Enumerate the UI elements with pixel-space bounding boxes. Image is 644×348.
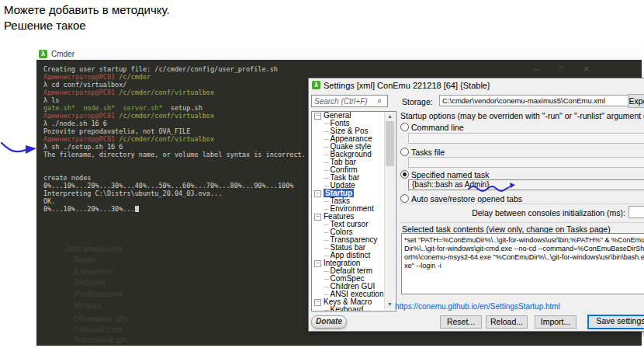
reload-button[interactable]: Reload... xyxy=(486,315,528,329)
conemu-lambda-icon: λ xyxy=(312,81,320,89)
terminal-line: λ sh ./setup.sh 16 6 xyxy=(43,143,306,151)
ghost-close-icon: ✕ xyxy=(583,65,590,73)
radio-tasks-file-label: Tasks file xyxy=(411,148,445,157)
terminal-line: λ cd conf/virtualbox/ xyxy=(43,81,306,89)
tasks-file-input[interactable] xyxy=(408,157,644,168)
tree-collapse-icon[interactable]: − xyxy=(314,113,321,120)
tree-collapse-icon[interactable]: − xyxy=(314,190,321,197)
terminal-text-segment: setup.sh xyxy=(163,104,203,112)
ghost-explorer-item: Документы xyxy=(74,267,114,276)
terminal-text-segment: Администратор@PC01 xyxy=(43,89,115,96)
terminal-line xyxy=(43,158,306,166)
task-contents-textarea[interactable]: *set "PATH=%ConEmuDir%\..\git-for-window… xyxy=(401,233,644,294)
save-settings-button[interactable]: Save settings xyxy=(587,315,644,329)
ghost-explorer-item: Изображения xyxy=(74,290,123,298)
terminal-text-segment xyxy=(115,104,123,112)
delay-label: Delay between consoles initialization (m… xyxy=(400,208,625,218)
radio-command-line[interactable] xyxy=(400,123,409,131)
terminal-cursor xyxy=(135,206,139,212)
ghost-explorer-item: Локальный дис xyxy=(74,336,129,344)
command-line-input[interactable] xyxy=(408,133,644,144)
note-line-2: Решение такое xyxy=(4,19,86,32)
terminal-line: Администратор@PC01 /c/cmder xyxy=(43,73,306,81)
terminal-line: create nodes xyxy=(43,174,306,182)
ghost-explorer-item: Музыка xyxy=(74,301,101,310)
terminal-line: The filename, directory name, or volume … xyxy=(43,151,306,158)
settings-dialog: λ Settings [xml] ConEmu 221218 [64] {Sta… xyxy=(308,78,644,332)
terminal-line: gate.sh* node.sh* server.sh* setup.sh xyxy=(43,104,306,112)
cmder-lambda-icon: λ xyxy=(39,50,47,58)
terminal-line: λ ls xyxy=(43,96,306,104)
ghost-maximize-icon: □ xyxy=(559,65,563,73)
terminal-line: Pozovite prepodavatelia, not OVA_FILE xyxy=(43,127,306,135)
radio-tasks-file[interactable] xyxy=(400,148,409,156)
note-line-1: Можете добавить в методичку. xyxy=(4,3,170,16)
terminal-text-segment: /c/cmder xyxy=(115,73,151,81)
terminal-line: 0%...10%...20%...30%... xyxy=(43,205,306,213)
radio-auto-save[interactable] xyxy=(400,194,409,203)
terminal-line: Creating user startup file: /c/cmder/con… xyxy=(43,65,306,73)
tree-scrollbar[interactable]: ▲ ▼ xyxy=(384,112,395,309)
import-button[interactable]: Import... xyxy=(535,315,576,329)
ghost-explorer-item: Загрузки xyxy=(74,278,105,287)
tree-collapse-icon[interactable]: − xyxy=(314,260,321,267)
tree-collapse-icon[interactable]: − xyxy=(314,299,321,306)
named-task-combobox[interactable]: {bash::bash as Admin} xyxy=(408,179,644,190)
cmder-titlebar[interactable]: λ Cmder xyxy=(36,48,642,60)
terminal-line: Interpreting C:\Distrs\ubuntu_20.04_03.o… xyxy=(43,190,306,197)
tree-item-keyboard[interactable]: –Keyboard xyxy=(312,306,396,311)
terminal-text-segment: Администратор@PC01 xyxy=(43,73,115,81)
terminal-line: λ ./node.sh 16 6 xyxy=(43,120,306,127)
settings-help-link[interactable]: https://conemu.github.io/en/SettingsStar… xyxy=(395,302,560,311)
terminal-line: Администратор@PC01 /c/cmder/conf/virtual… xyxy=(43,112,306,120)
reset-button[interactable]: Reset... xyxy=(440,315,482,329)
radio-specified-named-task[interactable] xyxy=(400,170,409,179)
tree-branch-line: – xyxy=(324,305,329,311)
ghost-explorer-item: Объемные объ xyxy=(74,315,128,323)
storage-value-field[interactable]: C:\cmder\vendor\conemu-maximus5\ConEmu.x… xyxy=(439,95,630,106)
export-button[interactable]: Export... xyxy=(628,94,644,108)
scroll-down-icon[interactable]: ▼ xyxy=(385,300,395,309)
delay-spinner[interactable] xyxy=(628,206,644,218)
radio-command-line-label: Command line xyxy=(411,123,464,132)
terminal-text-segment: Администратор@PC01 xyxy=(43,135,115,143)
terminal-text-segment: Pozovite prepodavatelia, not OVA_FILE xyxy=(43,127,190,135)
startup-options-heading: Startup options (may be overriden with "… xyxy=(400,111,644,120)
terminal-text-segment: server.sh* xyxy=(123,104,162,112)
terminal-text-segment: gate.sh* xyxy=(43,104,75,112)
annotation-arrow xyxy=(0,138,40,158)
settings-title: Settings [xml] ConEmu 221218 [64] {Stabl… xyxy=(324,81,490,90)
terminal-line: OK. xyxy=(43,197,306,205)
terminal-text-segment: λ sh ./setup.sh 16 6 xyxy=(43,143,123,151)
ghost-explorer-item: Этот компьютер xyxy=(64,245,123,253)
terminal-text-segment: /c/cmder/conf/virtualbox xyxy=(115,89,214,96)
settings-titlebar[interactable]: λ Settings [xml] ConEmu 221218 [64] {Sta… xyxy=(309,78,644,92)
tree-item-label: Keyboard xyxy=(331,305,364,311)
separator xyxy=(400,204,644,204)
tree-collapse-icon[interactable]: − xyxy=(314,214,321,221)
terminal-text-segment: Администратор@PC01 xyxy=(43,112,115,120)
ghost-minimize-icon: — xyxy=(534,65,541,73)
annotation-squiggle xyxy=(466,181,521,193)
radio-specified-named-task-label: Specified named task xyxy=(411,170,489,179)
donate-button[interactable]: Donate xyxy=(311,315,347,329)
terminal-text-segment: Creating user startup file: /c/cmder/con… xyxy=(43,65,278,73)
terminal-text-segment: OK. xyxy=(43,197,55,205)
terminal-text-segment: /c/cmder/conf/virtualbox xyxy=(115,135,214,143)
terminal-text-segment xyxy=(75,104,83,112)
terminal-text-segment: /c/cmder/conf/virtualbox xyxy=(115,112,214,120)
terminal-text-segment: λ ls xyxy=(43,96,59,104)
terminal-text-segment: The filename, directory name, or volume … xyxy=(43,151,306,158)
terminal-text-segment: 0%...10%...20%...30%... xyxy=(43,205,135,213)
cmder-title: Cmder xyxy=(51,50,74,58)
scroll-up-icon[interactable]: ▲ xyxy=(385,112,395,121)
terminal-output: Creating user startup file: /c/cmder/con… xyxy=(43,65,306,213)
separator xyxy=(400,222,644,223)
ghost-explorer-item: Видео xyxy=(74,256,96,264)
ghost-explorer-item: Рабочий стол xyxy=(74,325,123,334)
terminal-text-segment: node.sh* xyxy=(83,104,115,112)
terminal-line: 0%...10%...20%...30%...40%...50%...60%..… xyxy=(43,182,306,190)
terminal-line: Администратор@PC01 /c/cmder/conf/virtual… xyxy=(43,135,306,143)
scrollbar-thumb[interactable] xyxy=(386,121,394,166)
terminal-text-segment: 0%...10%...20%...30%...40%...50%...60%..… xyxy=(43,182,293,190)
